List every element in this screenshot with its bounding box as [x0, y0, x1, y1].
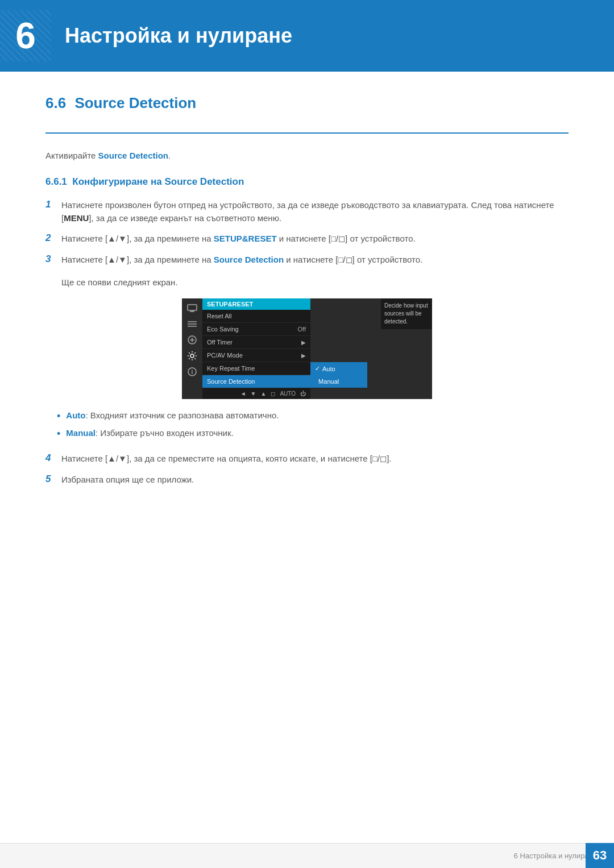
steps-list-1: 1 Натиснете произволен бутон отпред на у…	[45, 199, 569, 266]
step-5-text: Избраната опция ще се приложи.	[61, 474, 569, 487]
menu-item-source: Source Detection	[202, 375, 310, 388]
icon-gear	[186, 351, 198, 361]
steps-list-2: 4 Натиснете [▲/▼], за да се преместите н…	[45, 452, 569, 486]
footer-chapter-ref: 6 Настройка и нулиране	[514, 852, 597, 860]
bullet-auto-text: Auto: Входният източник се разпознава ав…	[66, 410, 279, 420]
intro-highlight: Source Detection	[98, 151, 168, 160]
icon-arrows	[186, 335, 198, 345]
btn-auto: AUTO	[280, 391, 296, 397]
step-1-number: 1	[45, 199, 61, 210]
svg-rect-0	[188, 305, 197, 310]
step-2-number: 2	[45, 232, 61, 244]
step-2: 2 Натиснете [▲/▼], за да преминете на SE…	[45, 232, 569, 246]
menu-item-timer: Off Timer ▶	[202, 336, 310, 349]
step-5: 5 Избраната опция ще се приложи.	[45, 474, 569, 487]
svg-point-9	[190, 354, 194, 358]
chapter-header: 6 Настройка и нулиране	[0, 0, 614, 72]
screen-mock: i SETUP&RESET Reset All Eco Saving Off O…	[182, 298, 432, 399]
step-3-text: Натиснете [▲/▼], за да преминете на Sour…	[61, 254, 569, 267]
menu-item-reset: Reset All	[202, 310, 310, 323]
btn-power: ⏻	[300, 391, 306, 397]
menu-item-pcav: PC/AV Mode ▶	[202, 349, 310, 362]
btn-enter: ◻	[271, 391, 275, 397]
step-3: 3 Натиснете [▲/▼], за да преминете на So…	[45, 254, 569, 267]
tooltip-box: Decide how input sources will be detecte…	[381, 298, 432, 329]
section-title: 6.6 Source Detection	[45, 94, 569, 117]
step-4: 4 Натиснете [▲/▼], за да се преместите н…	[45, 452, 569, 466]
submenu-panel: ✓ Auto Manual	[310, 362, 367, 388]
page-footer: 6 Настройка и нулиране 63	[0, 843, 614, 868]
step-2-text: Натиснете [▲/▼], за да преминете на SETU…	[61, 232, 569, 246]
step-1: 1 Натиснете произволен бутон отпред на у…	[45, 199, 569, 225]
submenu-manual: Manual	[310, 375, 367, 388]
bullet-list: • Auto: Входният източник се разпознава …	[57, 410, 569, 441]
sidebar-icons: i	[182, 298, 202, 399]
bullet-dot-2: •	[57, 427, 60, 441]
btn-up: ▲	[260, 391, 266, 397]
icon-menu	[186, 319, 198, 329]
svg-text:i: i	[192, 369, 193, 375]
bottom-bar: ◄ ▼ ▲ ◻ AUTO ⏻	[202, 388, 310, 399]
chapter-title: Настройка и нулиране	[51, 24, 292, 48]
bullet-manual-text: Manual: Избирате ръчно входен източник.	[66, 428, 233, 438]
bullet-dot-1: •	[57, 409, 60, 423]
page-number: 63	[586, 843, 614, 868]
subsection-title: 6.6.1 Конфигуриране на Source Detection	[45, 176, 569, 188]
icon-info: i	[186, 367, 198, 377]
step-4-number: 4	[45, 452, 61, 464]
section-title-text: Source Detection	[74, 94, 196, 111]
bullet-manual: • Manual: Избирате ръчно входен източник…	[57, 428, 569, 441]
screen-container: i SETUP&RESET Reset All Eco Saving Off O…	[45, 298, 569, 399]
menu-panel: SETUP&RESET Reset All Eco Saving Off Off…	[202, 298, 310, 399]
menu-item-eco: Eco Saving Off	[202, 323, 310, 336]
screen-caption: Ще се появи следният екран.	[61, 277, 569, 287]
step-1-text: Натиснете произволен бутон отпред на уст…	[61, 199, 569, 225]
main-content: 6.6 Source Detection Активирайте Source …	[0, 94, 614, 486]
divider	[45, 132, 569, 134]
intro-text: Активирайте	[45, 151, 98, 160]
intro-period: .	[168, 151, 171, 160]
btn-left: ◄	[240, 391, 246, 397]
btn-down: ▼	[251, 391, 256, 397]
menu-item-keyrepeat: Key Repeat Time	[202, 362, 310, 375]
menu-header: SETUP&RESET	[202, 298, 310, 310]
icon-monitor	[186, 303, 198, 313]
step-5-number: 5	[45, 474, 61, 485]
bullet-auto: • Auto: Входният източник се разпознава …	[57, 410, 569, 423]
submenu-auto: ✓ Auto	[310, 362, 367, 375]
section-number: 6.6	[45, 94, 66, 111]
step-4-text: Натиснете [▲/▼], за да се преместите на …	[61, 452, 569, 466]
chapter-number: 6	[0, 10, 51, 61]
step-3-number: 3	[45, 254, 61, 265]
intro-paragraph: Активирайте Source Detection.	[45, 151, 569, 160]
